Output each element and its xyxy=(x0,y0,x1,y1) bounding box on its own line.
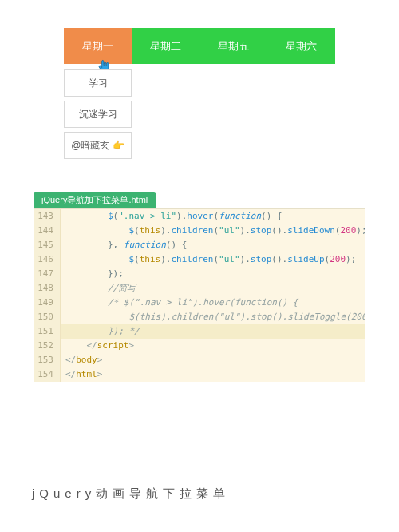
nav-tab-friday[interactable]: 星期五 xyxy=(200,28,267,64)
code-content: //简写 xyxy=(61,281,136,296)
line-number: 151 xyxy=(34,324,61,339)
line-number: 152 xyxy=(34,339,61,353)
line-number: 146 xyxy=(34,252,61,267)
code-line: 145 }, function() { xyxy=(34,238,365,252)
code-content: $(this).children("ul").stop().slideUp(20… xyxy=(61,252,356,267)
nav-tab-label: 星期六 xyxy=(286,39,317,54)
code-content: }); */ xyxy=(61,324,140,339)
code-content: $(this).children("ul").stop().slideDown(… xyxy=(61,224,365,238)
code-line: 146 $(this).children("ul").stop().slideU… xyxy=(34,252,365,267)
code-content: </body> xyxy=(61,353,102,367)
code-line: 152 </script> xyxy=(34,339,365,353)
nav-tab-monday[interactable]: 星期一 学习 沉迷学习 @暗藏玄 👉 xyxy=(64,28,132,64)
dropdown-item-label: 沉迷学习 xyxy=(79,108,117,121)
image-caption: jQuery动画导航下拉菜单 xyxy=(32,486,230,502)
nav-bar: 星期一 学习 沉迷学习 @暗藏玄 👉 星期二 星期五 星期六 xyxy=(64,28,335,64)
code-line: 147 }); xyxy=(34,267,365,281)
nav-tab-label: 星期五 xyxy=(218,39,249,54)
nav-tab-label: 星期二 xyxy=(150,39,181,54)
line-number: 150 xyxy=(34,310,61,324)
nav-tab-label: 星期一 xyxy=(82,39,113,54)
line-number: 143 xyxy=(34,209,61,224)
editor-file-tab-label: jQuery导航加下拉菜单.html xyxy=(41,195,148,204)
dropdown-item[interactable]: 沉迷学习 xyxy=(64,101,132,128)
code-content: /* $(".nav > li").hover(function() { xyxy=(61,296,298,310)
line-number: 149 xyxy=(34,296,61,310)
nav-demo: 星期一 学习 沉迷学习 @暗藏玄 👉 星期二 星期五 星期六 xyxy=(0,0,399,192)
code-area[interactable]: 143 $(".nav > li").hover(function() {144… xyxy=(34,208,365,382)
line-number: 147 xyxy=(34,267,61,281)
nav-dropdown: 学习 沉迷学习 @暗藏玄 👉 xyxy=(64,66,132,159)
nav-tab-saturday[interactable]: 星期六 xyxy=(267,28,335,64)
code-content: </script> xyxy=(61,339,134,353)
line-number: 154 xyxy=(34,367,61,382)
code-line: 148 //简写 xyxy=(34,281,365,296)
line-number: 144 xyxy=(34,224,61,238)
code-content: }); xyxy=(61,267,124,281)
dropdown-item-label: @暗藏玄 👉 xyxy=(71,139,124,153)
dropdown-item-label: 学习 xyxy=(89,77,108,90)
editor-file-tab[interactable]: jQuery导航加下拉菜单.html xyxy=(34,192,156,208)
code-editor: jQuery导航加下拉菜单.html 143 $(".nav > li").ho… xyxy=(34,192,365,382)
code-line: 144 $(this).children("ul").stop().slideD… xyxy=(34,224,365,238)
code-line: 150 $(this).children("ul").stop().slideT… xyxy=(34,310,365,324)
dropdown-item[interactable]: 学习 xyxy=(64,69,132,97)
code-content: }, function() { xyxy=(61,238,187,252)
nav-tab-tuesday[interactable]: 星期二 xyxy=(132,28,200,64)
line-number: 148 xyxy=(34,281,61,296)
line-number: 153 xyxy=(34,353,61,367)
code-line: 149 /* $(".nav > li").hover(function() { xyxy=(34,296,365,310)
line-number: 145 xyxy=(34,238,61,252)
code-content: $(".nav > li").hover(function() { xyxy=(61,209,282,224)
code-line: 153</body> xyxy=(34,353,365,367)
caption-text: jQuery动画导航下拉菜单 xyxy=(32,486,230,500)
code-line: 154</html> xyxy=(34,367,365,382)
code-content: $(this).children("ul").stop().slideToggl… xyxy=(61,310,365,324)
dropdown-item[interactable]: @暗藏玄 👉 xyxy=(64,132,132,159)
code-content: </html> xyxy=(61,367,102,382)
code-line: 143 $(".nav > li").hover(function() { xyxy=(34,209,365,224)
code-line: 151 }); */ xyxy=(34,324,365,339)
